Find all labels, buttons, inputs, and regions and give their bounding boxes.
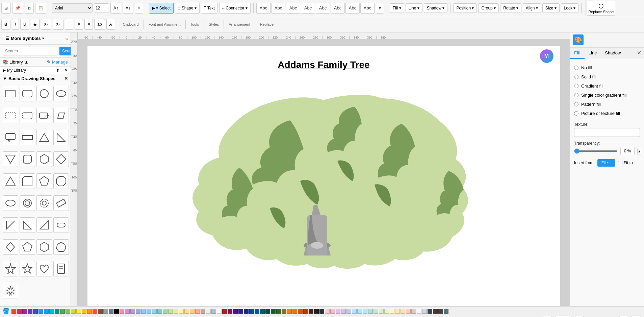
color-swatch-19[interactable] [114, 309, 119, 314]
abc-style-4[interactable]: Abc [301, 3, 315, 14]
font-size-input[interactable] [94, 3, 109, 13]
shape-rect-dashed[interactable] [3, 108, 18, 123]
diagram-title[interactable]: Addams Family Tree [87, 59, 560, 70]
transparency-stepper[interactable]: ▲ [637, 148, 641, 154]
shape-parallelogram[interactable] [53, 108, 69, 123]
shape-snip-rect[interactable] [20, 173, 35, 189]
shape-rounded-dashed[interactable] [20, 108, 35, 123]
transparency-slider[interactable] [574, 150, 618, 152]
fit-to-checkbox[interactable] [618, 161, 622, 165]
shape-rectangle[interactable] [3, 86, 18, 101]
shape-pentagon[interactable] [36, 173, 52, 189]
close-basic-icon[interactable]: ✕ [64, 76, 68, 81]
color-swatch-11[interactable] [71, 309, 76, 314]
color-swatch-47[interactable] [265, 309, 270, 314]
color-swatch-17[interactable] [103, 309, 108, 314]
color-swatch-30[interactable] [174, 309, 178, 314]
text-format-btn[interactable]: T [65, 19, 73, 30]
color-swatch-18[interactable] [109, 309, 113, 314]
color-swatch-21[interactable] [125, 309, 130, 314]
color-swatch-72[interactable] [401, 309, 405, 314]
bgcolor-btn[interactable]: ab [94, 19, 105, 30]
color-swatch-76[interactable] [422, 309, 427, 314]
shape-octagon[interactable] [53, 173, 69, 189]
shape-oval[interactable] [3, 195, 18, 211]
color-swatch-75[interactable] [417, 309, 421, 314]
canvas-scroll[interactable]: M Addams Family Tree [78, 39, 570, 306]
color-swatch-23[interactable] [136, 309, 140, 314]
color-swatch-78[interactable] [433, 309, 438, 314]
color-swatch-74[interactable] [411, 309, 416, 314]
fill-radio-texture[interactable] [574, 111, 578, 116]
paste-btn[interactable]: 📋 [35, 3, 46, 14]
list2-btn[interactable]: ≡ [84, 19, 93, 30]
align-btn-row1[interactable]: ≡ [135, 3, 143, 14]
color-swatch-4[interactable] [33, 309, 38, 314]
color-swatch-44[interactable] [249, 309, 254, 314]
color-swatch-33[interactable] [190, 309, 195, 314]
color-swatch-0[interactable] [11, 309, 16, 314]
text-tool-btn[interactable]: T Text [201, 3, 218, 14]
group-btn[interactable]: Group ▾ [478, 3, 499, 13]
shape-tri2[interactable] [3, 151, 18, 167]
color-swatch-34[interactable] [195, 309, 200, 314]
font-color-btn[interactable]: A [106, 19, 115, 30]
fill-option-pattern[interactable]: Pattern fill [574, 100, 640, 109]
color-swatch-9[interactable] [60, 309, 65, 314]
color-swatch-14[interactable] [87, 309, 92, 314]
color-swatch-12[interactable] [76, 309, 81, 314]
fill-option-none[interactable]: No fill [574, 63, 640, 72]
connector-tool-btn[interactable]: ⌐ Connector ▾ [219, 3, 251, 14]
underline-btn[interactable]: U [20, 19, 29, 30]
color-swatch-26[interactable] [152, 309, 157, 314]
focus-btn[interactable]: Focus [555, 316, 572, 317]
line-btn[interactable]: Line ▾ [406, 3, 422, 13]
fit-btn[interactable]: ⊡ [619, 316, 628, 317]
shape-stadium[interactable] [53, 217, 69, 233]
color-swatch-51[interactable] [287, 309, 292, 314]
font-family-select[interactable]: Arial Times New Roman Verdana [52, 3, 93, 13]
color-swatch-3[interactable] [28, 309, 32, 314]
fill-radio-single-gradient[interactable] [574, 93, 578, 97]
replace-shape-btn[interactable]: ⬡ Replace Shape [587, 1, 615, 16]
abc-style-1[interactable]: Abc [256, 3, 271, 14]
color-swatch-16[interactable] [98, 309, 103, 314]
tree-container[interactable] [172, 80, 476, 269]
color-swatch-28[interactable] [163, 309, 168, 314]
shape-right-tri3[interactable] [20, 217, 35, 233]
shape-parallelogram2[interactable] [53, 195, 69, 211]
color-swatch-29[interactable] [168, 309, 173, 314]
shape-triangle[interactable] [36, 130, 52, 145]
color-swatch-41[interactable] [233, 309, 238, 314]
color-swatch-58[interactable] [325, 309, 330, 314]
fill-btn[interactable]: Fill ▾ [390, 3, 404, 13]
abc-style-3[interactable]: Abc [286, 3, 300, 14]
superscript-btn[interactable]: X2 [41, 19, 52, 30]
import-icon[interactable]: ⬆ [56, 68, 59, 73]
shape-rounded-rect[interactable] [20, 86, 35, 101]
tab-shadow[interactable]: Shadow [601, 48, 625, 59]
search-input[interactable] [3, 47, 58, 55]
color-swatch-53[interactable] [298, 309, 303, 314]
shadow-btn[interactable]: Shadow ▾ [424, 3, 448, 13]
subscript-btn[interactable]: X2 [53, 19, 63, 30]
color-swatch-31[interactable] [179, 309, 184, 314]
file-btn[interactable]: File... [597, 159, 615, 167]
play-btn[interactable]: ▶ [575, 316, 584, 317]
shape-hexagon[interactable] [36, 151, 52, 167]
color-swatch-40[interactable] [228, 309, 232, 314]
more-symbols-btn[interactable]: ☰ More Symbols ▾ [3, 34, 47, 42]
size-btn[interactable]: Size ▾ [542, 3, 560, 13]
color-swatch-2[interactable] [22, 309, 27, 314]
shape-callout[interactable] [3, 130, 18, 145]
shape-diamond[interactable] [53, 151, 69, 167]
shape-tool-btn[interactable]: □ Shape ▾ [175, 3, 200, 14]
shape-pentagon2[interactable] [20, 239, 35, 255]
shape-hexagon2[interactable] [36, 239, 52, 255]
italic-btn[interactable]: I [12, 19, 19, 30]
shape-wide-rect[interactable] [20, 130, 35, 145]
color-swatch-10[interactable] [66, 309, 70, 314]
pin-btn[interactable]: 📌 [12, 3, 23, 14]
color-swatch-48[interactable] [271, 309, 276, 314]
color-swatch-45[interactable] [255, 309, 259, 314]
